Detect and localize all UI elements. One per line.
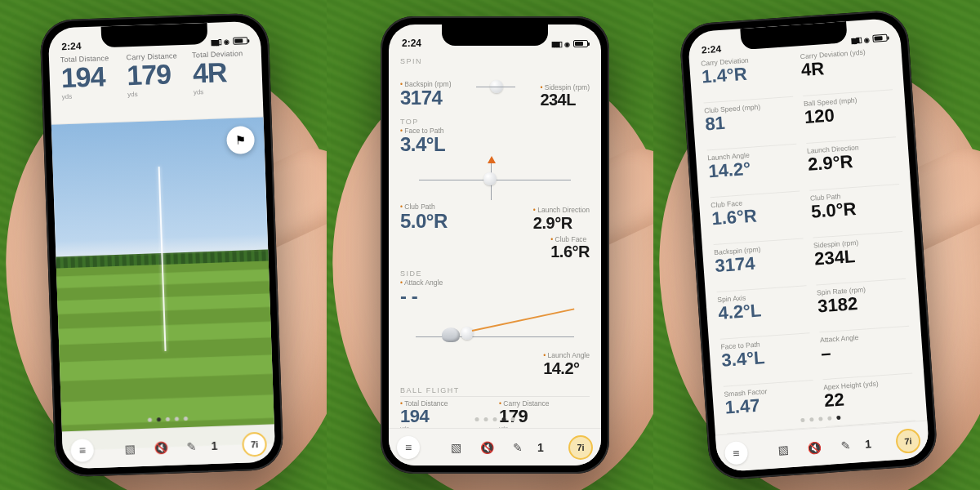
- metric-cell: Face to Path3.4°L: [720, 333, 813, 387]
- spin-diagram: [463, 69, 529, 109]
- data-sheet[interactable]: SPIN Backspin (rpm) 3174 Sidespin (rpm) …: [389, 49, 601, 428]
- shot-count: 1: [865, 437, 872, 451]
- metric-cell: Attack Angle–: [820, 327, 913, 381]
- metric-cell: Club Path5.0°R: [809, 185, 902, 238]
- signal-icon: [551, 38, 561, 49]
- section-spin: SPIN: [400, 57, 590, 65]
- metric-club-path: Club Path 5.0°R: [400, 203, 448, 230]
- phone-frame: 2:24 Carry Deviation1.4°RCarry Deviation…: [679, 9, 938, 481]
- metric-launch-direction: Launch Direction 2.9°R: [533, 207, 590, 230]
- mute-icon: 🔇: [480, 441, 494, 454]
- metric-backspin: Backspin (rpm) 3174: [400, 81, 452, 108]
- camera-icon: ▧: [777, 443, 789, 457]
- shot-count: 1: [537, 441, 544, 454]
- camera-button[interactable]: ▧: [772, 437, 796, 461]
- clock: 2:24: [61, 40, 82, 52]
- camera-button[interactable]: ▧: [118, 437, 141, 461]
- notch: [442, 24, 548, 46]
- camera-icon: ▧: [451, 441, 461, 454]
- wifi-icon: [224, 35, 229, 47]
- wifi-icon: [863, 33, 870, 44]
- metric-club-face: Club Face 1.6°R: [550, 236, 590, 260]
- side-diagram: [400, 308, 590, 349]
- metric-face-to-path: Face to Path 3.4°L: [400, 127, 590, 154]
- metric-cell: Smash Factor1.47: [724, 381, 817, 434]
- flag-button[interactable]: ⚑: [226, 126, 255, 154]
- phone-frame: 2:24 SPIN Backspin (rpm) 3174: [381, 16, 609, 474]
- battery-icon: [872, 33, 888, 42]
- battery-icon: [233, 37, 247, 45]
- mute-icon: 🔇: [807, 440, 822, 454]
- metric-carry-distance: Carry Distance 179 yds: [499, 400, 590, 428]
- metric-cell: Club Speed (mph)81: [704, 97, 797, 151]
- bottom-toolbar: ≡ ▧ 🔇 ✎ 1 7i: [62, 424, 275, 469]
- mute-icon: 🔇: [154, 440, 168, 454]
- flag-icon: ⚑: [235, 132, 247, 147]
- stat-total-deviation[interactable]: Total Deviation 4R yds: [192, 49, 252, 117]
- stat-total-distance[interactable]: Total Distance 194 yds: [60, 54, 120, 122]
- wifi-icon: [564, 38, 570, 49]
- metric-cell: Sidespin (rpm)234L: [813, 232, 906, 286]
- phone-frame: 2:24 Total Distance 194 yds Carry Distan…: [39, 12, 283, 477]
- stat-carry-distance[interactable]: Carry Distance 179 yds: [126, 51, 185, 119]
- edit-button[interactable]: ✎: [180, 434, 203, 458]
- edit-button[interactable]: ✎: [506, 436, 529, 459]
- battery-icon: [573, 40, 588, 47]
- mute-button[interactable]: 🔇: [475, 436, 498, 459]
- section-ball-flight: BALL FLIGHT: [400, 386, 590, 394]
- clock: 2:24: [402, 38, 421, 49]
- metric-attack-angle: Attack Angle - -: [400, 279, 590, 306]
- mute-button[interactable]: 🔇: [149, 435, 172, 459]
- menu-icon: ≡: [405, 441, 412, 454]
- menu-button[interactable]: ≡: [724, 440, 749, 465]
- metric-total-distance: Total Distance 194 yds: [400, 400, 491, 428]
- metric-cell: Carry Deviation (yds)4R: [800, 42, 893, 96]
- metric-cell: Club Face1.6°R: [710, 192, 804, 246]
- screen-flight-view: 2:24 Total Distance 194 yds Carry Distan…: [48, 21, 276, 470]
- section-top: TOP: [400, 118, 590, 126]
- signal-icon: [211, 35, 220, 47]
- edit-icon: ✎: [840, 439, 851, 452]
- notch: [101, 23, 208, 48]
- menu-icon: ≡: [733, 446, 740, 460]
- bottom-toolbar: ≡ ▧ 🔇 ✎ 1 7i: [389, 428, 601, 466]
- camera-icon: ▧: [124, 442, 136, 455]
- menu-button[interactable]: ≡: [397, 436, 420, 459]
- page-dots[interactable]: [475, 417, 515, 421]
- signal-icon: [850, 33, 861, 46]
- metric-grid[interactable]: Carry Deviation1.4°RCarry Deviation (yds…: [689, 42, 928, 435]
- camera-button[interactable]: ▧: [444, 436, 467, 459]
- metric-cell: Carry Deviation1.4°R: [701, 50, 794, 104]
- flight-3d-view[interactable]: ⚑: [51, 118, 274, 432]
- screen-metrics-diagrams: 2:24 SPIN Backspin (rpm) 3174: [389, 24, 601, 466]
- top-diagram: [400, 159, 590, 200]
- edit-button[interactable]: ✎: [833, 433, 858, 457]
- metric-sidespin: Sidespin (rpm) 234L: [540, 84, 590, 108]
- metric-cell: Spin Axis4.2°L: [717, 286, 810, 340]
- metric-cell: Backspin (rpm)3174: [714, 238, 807, 292]
- club-select-button[interactable]: 7i: [242, 431, 267, 457]
- club-select-button[interactable]: 7i: [568, 435, 593, 460]
- metric-cell: Ball Speed (mph)120: [803, 90, 896, 144]
- summary-stats: Total Distance 194 yds Carry Distance 17…: [49, 46, 264, 125]
- club-select-button[interactable]: 7i: [895, 428, 921, 454]
- screen-metrics-list: 2:24 Carry Deviation1.4°RCarry Deviation…: [687, 18, 929, 473]
- metric-launch-angle: Launch Angle 14.2°: [543, 352, 590, 376]
- menu-button[interactable]: ≡: [70, 439, 94, 462]
- metric-cell: Launch Angle14.2°: [707, 145, 800, 198]
- metric-cell: Launch Direction2.9°R: [806, 137, 899, 191]
- metric-cell: Spin Rate (rpm)3182: [816, 279, 909, 333]
- edit-icon: ✎: [186, 439, 197, 452]
- edit-icon: ✎: [513, 441, 523, 454]
- shot-count: 1: [211, 439, 217, 452]
- mute-button[interactable]: 🔇: [802, 435, 826, 460]
- section-side: SIDE: [400, 270, 590, 278]
- menu-icon: ≡: [78, 443, 86, 457]
